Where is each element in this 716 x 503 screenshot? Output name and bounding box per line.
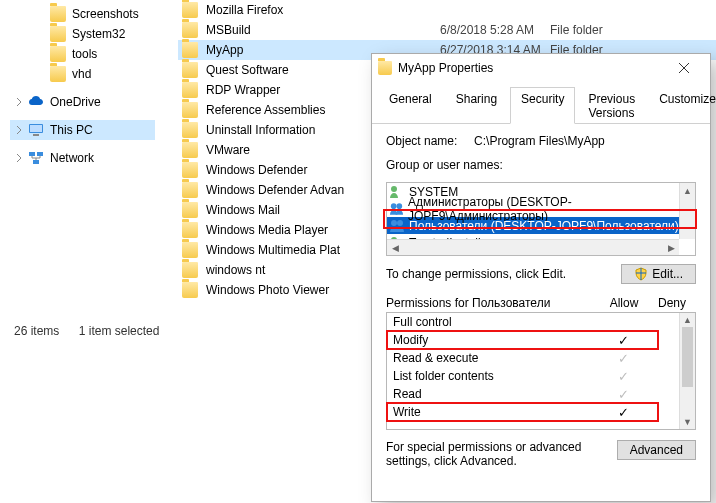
- file-name: Reference Assemblies: [206, 103, 325, 117]
- folder-icon: [378, 61, 392, 75]
- svg-rect-3: [29, 152, 35, 156]
- tab-sharing[interactable]: Sharing: [445, 87, 508, 124]
- folder-icon: [182, 122, 198, 138]
- file-date: 6/8/2018 5:28 AM: [440, 23, 550, 37]
- permission-name: Read: [393, 387, 601, 401]
- permission-row: Modify✓: [387, 331, 695, 349]
- allow-header: Allow: [600, 296, 648, 310]
- group-item[interactable]: Администраторы (DESKTOP-JOPF9\Администра…: [387, 200, 695, 217]
- scroll-right-icon[interactable]: ▶: [663, 240, 679, 255]
- permission-name: Full control: [393, 315, 601, 329]
- file-row[interactable]: Mozilla Firefox: [178, 0, 716, 20]
- dialog-body: Object name: C:\Program Files\MyApp Grou…: [372, 124, 710, 478]
- svg-rect-5: [33, 160, 39, 164]
- folder-icon: [182, 162, 198, 178]
- allow-check: ✓: [601, 333, 645, 348]
- folder-icon: [50, 46, 66, 62]
- nav-folder[interactable]: tools: [10, 44, 155, 64]
- svg-point-9: [391, 220, 397, 226]
- nav-folder[interactable]: System32: [10, 24, 155, 44]
- onedrive-icon: [28, 94, 44, 110]
- file-name: Windows Mail: [206, 203, 280, 217]
- svg-rect-2: [33, 134, 39, 136]
- close-button[interactable]: [664, 56, 704, 80]
- permission-name: Modify: [393, 333, 601, 347]
- scroll-left-icon[interactable]: ◀: [387, 240, 403, 255]
- nav-onedrive[interactable]: OneDrive: [10, 92, 155, 112]
- permission-row: List folder contents✓: [387, 367, 695, 385]
- file-name: Quest Software: [206, 63, 289, 77]
- svg-point-8: [397, 203, 403, 209]
- nav-label: System32: [72, 27, 125, 41]
- allow-check: ✓: [601, 387, 645, 402]
- nav-label: Network: [50, 151, 94, 165]
- chevron-right-icon: [14, 97, 24, 107]
- status-selected: 1 item selected: [79, 324, 160, 338]
- folder-icon: [50, 66, 66, 82]
- deny-header: Deny: [648, 296, 696, 310]
- scroll-up-icon[interactable]: ▲: [680, 183, 695, 199]
- folder-icon: [182, 102, 198, 118]
- nav-folder[interactable]: vhd: [10, 64, 155, 84]
- permission-row: Read✓: [387, 385, 695, 403]
- permission-name: List folder contents: [393, 369, 601, 383]
- file-name: RDP Wrapper: [206, 83, 280, 97]
- permission-row: Read & execute✓: [387, 349, 695, 367]
- folder-icon: [182, 222, 198, 238]
- status-bar: 26 items 1 item selected: [14, 324, 175, 338]
- folder-icon: [50, 6, 66, 22]
- advanced-hint: For special permissions or advanced sett…: [386, 440, 607, 468]
- folder-icon: [182, 2, 198, 18]
- nav-this-pc[interactable]: This PC: [10, 120, 155, 140]
- status-count: 26 items: [14, 324, 59, 338]
- file-name: Mozilla Firefox: [206, 3, 283, 17]
- allow-check: ✓: [601, 405, 645, 420]
- group-label: Пользователи (DESKTOP-JOPF9\Пользователи…: [409, 219, 679, 233]
- computer-icon: [28, 122, 44, 138]
- scroll-up-icon[interactable]: ▲: [680, 313, 695, 327]
- svg-point-10: [397, 220, 403, 226]
- folder-icon: [182, 282, 198, 298]
- file-name: Uninstall Information: [206, 123, 315, 137]
- scrollbar-thumb[interactable]: [682, 327, 693, 387]
- folder-icon: [182, 142, 198, 158]
- nav-label: Screenshots: [72, 7, 139, 21]
- nav-label: This PC: [50, 123, 93, 137]
- folder-icon: [182, 22, 198, 38]
- nav-tree: Screenshots System32 tools vhd OneDrive …: [10, 4, 155, 168]
- folder-icon: [182, 62, 198, 78]
- scroll-down-icon[interactable]: ▼: [680, 415, 695, 429]
- advanced-button[interactable]: Advanced: [617, 440, 696, 460]
- file-name: Windows Defender Advan: [206, 183, 344, 197]
- file-name: Windows Photo Viewer: [206, 283, 329, 297]
- tab-previous-versions[interactable]: Previous Versions: [577, 87, 646, 124]
- scrollbar-vertical[interactable]: ▲: [679, 183, 695, 239]
- folder-icon: [182, 182, 198, 198]
- folder-icon: [182, 42, 198, 58]
- chevron-right-icon: [14, 125, 24, 135]
- permission-row: Full control: [387, 313, 695, 331]
- folder-icon: [182, 202, 198, 218]
- folder-icon: [182, 242, 198, 258]
- scrollbar-horizontal[interactable]: ◀▶: [387, 239, 679, 255]
- edit-button[interactable]: Edit...: [621, 264, 696, 284]
- nav-folder[interactable]: Screenshots: [10, 4, 155, 24]
- group-list[interactable]: SYSTEMАдминистраторы (DESKTOP-JOPF9\Адми…: [386, 182, 696, 256]
- edit-button-label: Edit...: [652, 267, 683, 281]
- allow-check: ✓: [601, 351, 645, 366]
- tab-customize[interactable]: Customize: [648, 87, 716, 124]
- nav-network[interactable]: Network: [10, 148, 155, 168]
- file-name: windows nt: [206, 263, 265, 277]
- file-name: MyApp: [206, 43, 243, 57]
- tab-strip: GeneralSharingSecurityPrevious VersionsC…: [372, 82, 710, 124]
- users-icon: [389, 202, 404, 216]
- permissions-list[interactable]: Full controlModify✓Read & execute✓List f…: [386, 312, 696, 430]
- dialog-titlebar[interactable]: MyApp Properties: [372, 54, 710, 82]
- tab-general[interactable]: General: [378, 87, 443, 124]
- group-item[interactable]: Пользователи (DESKTOP-JOPF9\Пользователи…: [387, 217, 695, 234]
- tab-security[interactable]: Security: [510, 87, 575, 124]
- scrollbar-vertical[interactable]: ▲ ▼: [679, 313, 695, 429]
- folder-icon: [182, 262, 198, 278]
- groups-label: Group or user names:: [386, 158, 696, 172]
- file-row[interactable]: MSBuild6/8/2018 5:28 AMFile folder: [178, 20, 716, 40]
